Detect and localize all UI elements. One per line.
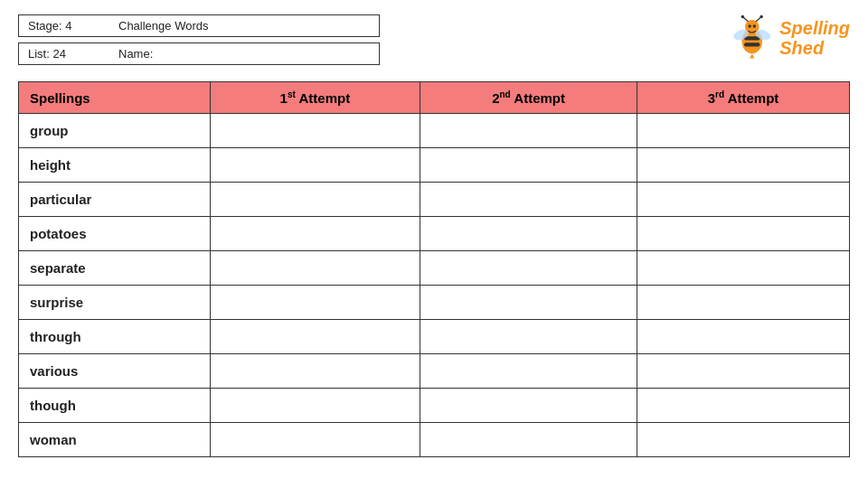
col-attempt2-header: 2nd Attempt xyxy=(420,82,637,114)
attempt1-cell xyxy=(210,148,420,183)
spelling-cell: various xyxy=(19,354,211,389)
stage-row: Stage: 4 Challenge Words xyxy=(18,14,380,37)
attempt3-cell xyxy=(637,217,850,251)
header: Stage: 4 Challenge Words List: 24 Name: xyxy=(18,14,850,65)
col-spellings-header: Spellings xyxy=(19,82,211,114)
logo-spelling: Spelling xyxy=(779,18,850,38)
page-wrapper: Stage: 4 Challenge Words List: 24 Name: xyxy=(0,0,868,488)
spelling-cell: height xyxy=(19,148,211,183)
attempt2-cell xyxy=(420,389,637,423)
attempt2-cell xyxy=(420,320,637,354)
challenge-label: Challenge Words xyxy=(118,19,208,33)
attempt3-cell xyxy=(637,286,850,320)
attempt3-cell xyxy=(637,354,850,389)
sup-st: st xyxy=(288,89,296,99)
attempt1-cell xyxy=(210,320,420,354)
svg-point-5 xyxy=(741,15,744,18)
spelling-cell: woman xyxy=(19,423,211,457)
table-row: potatoes xyxy=(19,217,850,251)
col-attempt3-header: 3rd Attempt xyxy=(637,82,850,114)
sup-nd: nd xyxy=(499,89,510,99)
attempt2-cell xyxy=(420,148,637,183)
logo-text: Spelling Shed xyxy=(779,18,850,58)
header-info: Stage: 4 Challenge Words List: 24 Name: xyxy=(18,14,380,65)
table-row: surprise xyxy=(19,286,850,320)
table-row: various xyxy=(19,354,850,389)
spelling-cell: potatoes xyxy=(19,217,211,251)
attempt2-cell xyxy=(420,217,637,251)
svg-point-11 xyxy=(753,24,756,27)
name-label: Name: xyxy=(118,47,153,61)
table-row: separate xyxy=(19,251,850,286)
spelling-cell: surprise xyxy=(19,286,211,320)
spelling-cell: through xyxy=(19,320,211,354)
svg-point-10 xyxy=(749,24,751,27)
table-row: particular xyxy=(19,183,850,217)
table-row: height xyxy=(19,148,850,183)
attempt1-cell xyxy=(210,423,420,457)
attempt2-cell xyxy=(420,286,637,320)
logo-area: Spelling Shed xyxy=(727,14,850,61)
attempt3-cell xyxy=(637,183,850,217)
col-attempt1-header: 1st Attempt xyxy=(210,82,420,114)
svg-rect-2 xyxy=(744,42,760,46)
table-row: though xyxy=(19,389,850,423)
spell-table: Spellings 1st Attempt 2nd Attempt 3rd At… xyxy=(18,81,850,457)
attempt2-cell xyxy=(420,354,637,389)
attempt1-cell xyxy=(210,183,420,217)
attempt1-cell xyxy=(210,354,420,389)
spelling-cell: though xyxy=(19,389,211,423)
logo-shed: Shed xyxy=(779,38,850,58)
attempt1-cell xyxy=(210,114,420,148)
attempt3-cell xyxy=(637,148,850,183)
attempt2-cell xyxy=(420,183,637,217)
spelling-cell: particular xyxy=(19,183,211,217)
attempt2-cell xyxy=(420,423,637,457)
attempt3-cell xyxy=(637,320,850,354)
attempt1-cell xyxy=(210,286,420,320)
svg-point-7 xyxy=(760,15,763,18)
attempt3-cell xyxy=(637,423,850,457)
table-row: through xyxy=(19,320,850,354)
list-row: List: 24 Name: xyxy=(18,42,380,65)
spelling-cell: separate xyxy=(19,251,211,286)
table-header-row: Spellings 1st Attempt 2nd Attempt 3rd At… xyxy=(19,82,850,114)
list-label: List: 24 xyxy=(28,47,100,61)
table-row: woman xyxy=(19,423,850,457)
attempt1-cell xyxy=(210,217,420,251)
attempt3-cell xyxy=(637,251,850,286)
table-row: group xyxy=(19,114,850,148)
svg-rect-1 xyxy=(744,36,760,40)
spelling-cell: group xyxy=(19,114,211,148)
attempt2-cell xyxy=(420,114,637,148)
sup-rd: rd xyxy=(715,89,724,99)
svg-marker-12 xyxy=(750,53,754,58)
attempt2-cell xyxy=(420,251,637,286)
stage-label: Stage: 4 xyxy=(28,19,100,33)
attempt1-cell xyxy=(210,389,420,423)
attempt1-cell xyxy=(210,251,420,286)
attempt3-cell xyxy=(637,114,850,148)
attempt3-cell xyxy=(637,389,850,423)
bee-icon xyxy=(727,14,774,61)
